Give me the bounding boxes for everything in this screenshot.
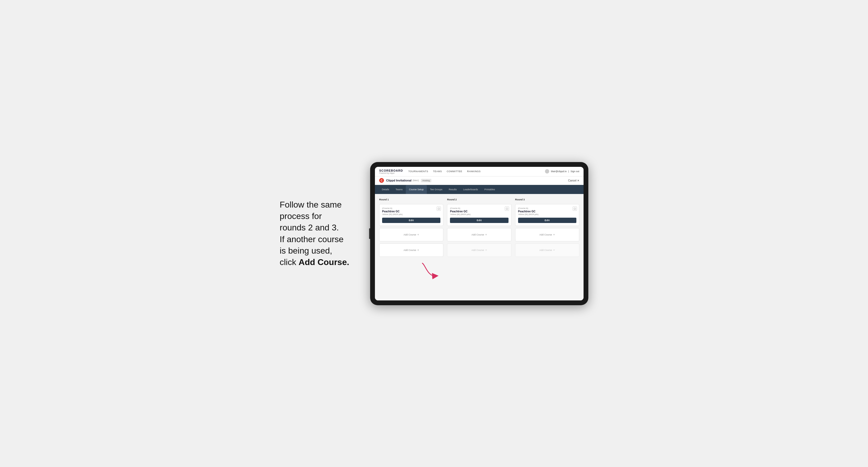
top-nav: SCOREBOARD Powered by clippd TOURNAMENTS… [375,167,584,177]
nav-tournaments[interactable]: TOURNAMENTS [408,169,428,174]
instruction-line3: rounds 2 and 3. [280,223,339,232]
round-1-column: Round 1 ◻ (Course A) Peachtree GC Yellow… [379,198,443,257]
tablet-side-button [369,228,370,239]
round-3-course-name: Peachtree GC [518,210,576,213]
user-avatar [545,169,549,174]
nav-teams[interactable]: TEAMS [433,169,442,174]
page-wrapper: Follow the same process for rounds 2 and… [248,162,620,305]
round-1-edit-button[interactable]: Edit [382,218,440,223]
instruction-text: Follow the same process for rounds 2 and… [280,199,360,268]
brand: SCOREBOARD Powered by clippd [379,169,403,174]
round-1-add-course-text-2: Add Course + [403,248,419,252]
instruction-line6: click [280,257,299,267]
round-3-add-course-2: Add Course + [515,244,579,257]
nav-separator: | [568,170,569,173]
tournament-type: (Men) [412,179,419,182]
round-3-edit-button[interactable]: Edit [518,218,576,223]
round-1-label: Round 1 [379,198,443,201]
tablet-frame: SCOREBOARD Powered by clippd TOURNAMENTS… [370,162,588,305]
brand-title: SCOREBOARD [379,169,403,172]
brand-sub: Powered by clippd [379,172,403,174]
tab-results[interactable]: Results [446,185,460,194]
instruction-line5: is being used, [280,246,332,255]
tournament-name: Clippd Invitational [386,179,411,182]
round-2-course-tag: (Course A) [450,207,508,210]
tab-teams[interactable]: Teams [393,185,406,194]
round-2-edit-button[interactable]: Edit [450,218,508,223]
round-3-course-tag: (Course A) [518,207,576,210]
tab-course-setup[interactable]: Course Setup [406,185,427,194]
nav-right: blair@clippd.io | Sign out [545,169,579,174]
round-3-course-card: ◻ (Course A) Peachtree GC Yellow (M) (66… [515,204,579,226]
round-3-remove-button[interactable]: ◻ [572,207,577,211]
nav-rankings[interactable]: RANKINGS [467,169,480,174]
round-1-course-name: Peachtree GC [382,210,440,213]
round-3-course-details: Yellow (M) (6629 yds) [518,213,576,216]
round-2-add-course-text-2: Add Course + [471,248,487,252]
round-3-column: Round 3 ◻ (Course A) Peachtree GC Yellow… [515,198,579,257]
round-1-add-course-2[interactable]: Add Course + [379,244,443,257]
nav-links: TOURNAMENTS TEAMS COMMITTEE RANKINGS [408,169,545,174]
tab-bar: Details Teams Course Setup Tee Groups Re… [375,185,584,194]
tournament-header: C Clippd Invitational (Men) Hosting Canc… [375,177,584,185]
sign-out-link[interactable]: Sign out [570,170,579,173]
round-2-label: Round 2 [447,198,511,201]
round-1-add-course-text-1: Add Course + [403,233,419,237]
round-3-label: Round 3 [515,198,579,201]
cancel-button[interactable]: Cancel ✕ [568,179,579,182]
round-2-add-course-2: Add Course + [447,244,511,257]
tab-details[interactable]: Details [379,185,393,194]
round-2-add-course-1[interactable]: Add Course + [447,228,511,241]
round-2-add-course-text-1: Add Course + [471,233,487,237]
main-content: Round 1 ◻ (Course A) Peachtree GC Yellow… [375,194,584,301]
round-3-add-course-1[interactable]: Add Course + [515,228,579,241]
round-3-add-course-text-2: Add Course + [539,248,555,252]
hosting-badge: Hosting [421,179,431,182]
user-email: blair@clippd.io [551,170,566,173]
round-1-add-course-1[interactable]: Add Course + [379,228,443,241]
tablet-screen: SCOREBOARD Powered by clippd TOURNAMENTS… [375,167,584,301]
tab-tee-groups[interactable]: Tee Groups [427,185,446,194]
round-2-course-details: Yellow (M) (6629 yds) [450,213,508,216]
round-1-course-card: ◻ (Course A) Peachtree GC Yellow (M) (66… [379,204,443,226]
instruction-line4: If another course [280,235,344,244]
tournament-icon: C [379,178,384,183]
round-1-course-details: Yellow (M) (6629 yds) [382,213,440,216]
round-2-remove-button[interactable]: ◻ [505,207,509,211]
round-2-column: Round 2 ◻ (Course A) Peachtree GC Yellow… [447,198,511,257]
round-3-add-course-text-1: Add Course + [539,233,555,237]
instruction-line1: Follow the same [280,200,342,210]
rounds-grid: Round 1 ◻ (Course A) Peachtree GC Yellow… [379,198,579,257]
instruction-line2: process for [280,211,322,221]
nav-committee[interactable]: COMMITTEE [447,169,462,174]
tab-printables[interactable]: Printables [481,185,498,194]
tab-leaderboards[interactable]: Leaderboards [460,185,482,194]
round-1-course-tag: (Course A) [382,207,440,210]
round-2-course-card: ◻ (Course A) Peachtree GC Yellow (M) (66… [447,204,511,226]
instruction-bold: Add Course. [299,257,349,267]
round-2-course-name: Peachtree GC [450,210,508,213]
round-1-remove-button[interactable]: ◻ [437,207,441,211]
